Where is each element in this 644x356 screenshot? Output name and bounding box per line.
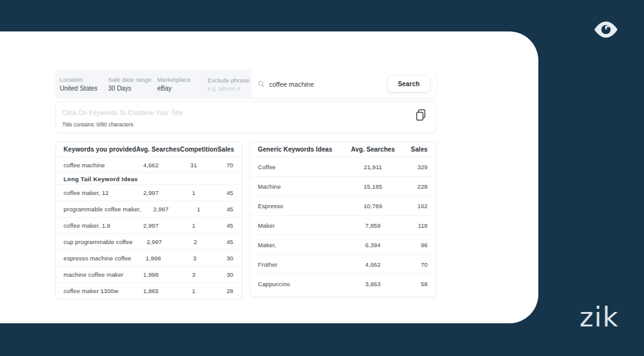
cell-competition: 1 [174,189,214,196]
cell-avg-searches: 6,394 [341,242,404,248]
cell-competition: 1 [181,206,216,213]
header-keywords-provided: Keywords you provided [56,146,136,153]
filter-group-container: Location United States Sale date range 3… [55,70,252,97]
copy-icon[interactable] [415,109,427,121]
table-row[interactable]: Maker 7,859 118 [250,215,436,235]
filter-exclude-phrase[interactable]: Exclude phrase [208,77,252,92]
header-competition: Competition [180,146,217,153]
cell-avg-searches: 10,789 [341,203,404,209]
cell-sales: 30 [214,271,242,278]
title-builder-placeholder: Click On Keywords To Combine Your Title [62,109,183,116]
table-row[interactable]: coffee machine 4,662 31 70 [56,157,242,172]
keyword-tables: Keywords you provided Avg. Searches Comp… [55,142,436,299]
filter-exclude-phrase-label: Exclude phrase [208,77,252,84]
filter-date-range-value[interactable]: 30 Days [108,85,157,92]
keyword-search-input[interactable] [269,81,364,88]
long-tail-section-label: Long Tail Keyword Ideas [56,175,242,182]
cell-sales: 228 [404,183,436,190]
cell-sales: 58 [404,281,436,287]
cell-avg-searches: 4,662 [341,261,404,268]
table-row[interactable]: coffee maker 1300w 1,865 1 28 [56,282,242,299]
header-sales: Sales [404,146,436,153]
filter-location-label: Location [60,76,108,83]
cell-competition: 31 [174,162,214,169]
cell-competition: 3 [175,255,214,262]
cell-sales: 45 [214,189,242,196]
cell-sales: 96 [404,242,436,248]
generic-keywords-table: Generic Keywords Ideas Avg. Searches Sal… [250,142,436,297]
cell-avg-searches: 2,997 [128,189,174,196]
cell-keyword[interactable]: coffee maker, 1.8 [56,222,128,229]
cell-competition: 1 [174,222,214,229]
filter-location[interactable]: Location United States [60,76,108,92]
cell-keyword[interactable]: machine coffee maker [56,271,128,278]
table-row[interactable]: cup programmable coffee 2,997 2 45 [56,233,242,250]
header-generic-keywords: Generic Keywords Ideas [250,146,341,153]
cell-sales: 70 [214,162,242,169]
table-row[interactable]: Cappuccino 3,863 58 [250,274,436,293]
table-row[interactable]: Maker, 6,394 96 [250,235,436,254]
cell-avg-searches: 1,998 [131,255,175,262]
table-row[interactable]: Frother 4,662 70 [250,254,436,274]
cell-keyword[interactable]: Espresso [250,203,341,209]
eye-icon [593,20,619,39]
cell-avg-searches: 4,662 [128,162,174,169]
cell-avg-searches: 21,911 [341,164,404,170]
cell-avg-searches: 3,863 [341,281,404,287]
cell-keyword[interactable]: Cappuccino [250,281,341,287]
cell-sales: 118 [404,222,436,229]
filter-location-value[interactable]: United States [60,85,108,92]
filter-date-range[interactable]: Sale date range 30 Days [108,76,157,92]
table-header-row: Keywords you provided Avg. Searches Comp… [56,142,242,157]
title-character-counter: Title contains: 0/80 characters [62,121,133,128]
table-header-row: Generic Keywords Ideas Avg. Searches Sal… [250,142,436,157]
table-row[interactable]: machine coffee maker 1,998 3 30 [56,266,242,282]
provided-keywords-table: Keywords you provided Avg. Searches Comp… [55,142,242,299]
cell-avg-searches: 2,997 [141,206,180,213]
exclude-phrase-input[interactable] [208,86,248,92]
long-tail-section-header: Long Tail Keyword Ideas [56,172,242,184]
table-row[interactable]: espresso machine coffee 1,998 3 30 [56,250,242,266]
header-avg-searches: Avg. Searches [341,146,404,153]
cell-avg-searches: 7,859 [341,222,404,229]
filter-marketplace-label: Marketplace [157,76,208,83]
header-avg-searches: Avg. Searches [136,146,180,153]
cell-keyword[interactable]: Maker, [250,242,341,248]
search-icon [258,81,265,87]
cell-sales: 30 [214,255,242,262]
title-builder-panel[interactable]: Click On Keywords To Combine Your Title … [55,101,436,133]
cell-keyword[interactable]: coffee maker, 12 [56,189,128,196]
table-row[interactable]: Espresso 10,789 162 [250,196,436,215]
table-row[interactable]: Machine 15,185 228 [250,176,436,196]
cell-avg-searches: 15,185 [341,183,404,190]
table-row[interactable]: coffee maker, 12 2,997 1 45 [56,184,242,201]
cell-avg-searches: 1,998 [128,271,174,278]
cell-competition: 2 [176,238,214,245]
cell-keyword[interactable]: Machine [250,183,341,190]
cell-avg-searches: 1,865 [128,287,174,294]
filter-date-range-label: Sale date range [108,76,157,83]
search-segment: Search [252,70,436,97]
cell-keyword[interactable]: Coffee [250,164,341,170]
cell-keyword[interactable]: espresso machine coffee [56,255,131,262]
cell-keyword[interactable]: cup programmable coffee [56,238,133,245]
cell-avg-searches: 2,997 [133,238,176,245]
cell-keyword[interactable]: Maker [250,222,341,229]
search-button[interactable]: Search [388,76,430,92]
cell-sales: 329 [404,164,436,170]
cell-sales: 45 [216,206,242,213]
cell-sales: 162 [404,203,436,209]
filter-marketplace[interactable]: Marketplace eBay [157,76,208,92]
cell-keyword[interactable]: Frother [250,261,341,268]
filter-marketplace-value[interactable]: eBay [157,85,208,92]
filter-bar: Location United States Sale date range 3… [55,70,436,97]
header-sales: Sales [218,146,242,153]
table-row[interactable]: programmable coffee maker, 2,997 1 45 [56,201,242,217]
cell-keyword[interactable]: coffee maker 1300w [56,287,128,294]
cell-keyword[interactable]: coffee machine [56,162,128,169]
zik-logo: zik [579,304,619,331]
table-row[interactable]: coffee maker, 1.8 2,997 1 45 [56,217,242,233]
cell-keyword[interactable]: programmable coffee maker, [56,206,141,213]
cell-sales: 28 [214,287,242,294]
table-row[interactable]: Coffee 21,911 329 [250,157,436,176]
